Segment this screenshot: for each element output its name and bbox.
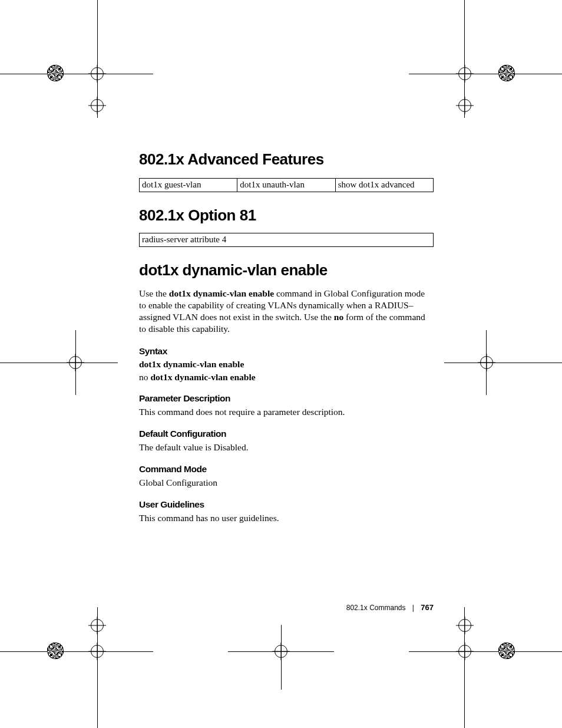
cmdmode-body: Global Configuration — [139, 477, 434, 489]
cropmark-left-mid — [41, 330, 118, 395]
paramdesc-body: This command does not require a paramete… — [139, 406, 434, 418]
syntax-line-2: no dot1x dynamic-vlan enable — [139, 372, 434, 383]
table-advanced: dot1x guest-vlan dot1x unauth-vlan show … — [139, 178, 434, 192]
page-content: 802.1x Advanced Features dot1x guest-vla… — [139, 150, 434, 526]
subhead-userguide: User Guidelines — [139, 499, 434, 510]
heading-option81: 802.1x Option 81 — [139, 206, 434, 225]
cropmark-bottom-left — [41, 607, 159, 701]
cropmark-top-left — [41, 41, 159, 124]
footer-page-number: 767 — [421, 603, 434, 612]
cropmark-bottom-center — [246, 625, 316, 690]
footer-section: 802.1x Commands — [346, 604, 406, 612]
subhead-cmdmode: Command Mode — [139, 464, 434, 475]
paragraph-dynvlan-desc: Use the dot1x dynamic-vlan enable comman… — [139, 288, 434, 335]
defcfg-body: The default value is Disabled. — [139, 442, 434, 453]
userguide-body: This command has no user guidelines. — [139, 512, 434, 524]
heading-advanced: 802.1x Advanced Features — [139, 150, 434, 169]
table-option81: radius-server attribute 4 — [139, 233, 434, 247]
syntax-line-1: dot1x dynamic-vlan enable — [139, 359, 434, 370]
cropmark-top-right — [403, 41, 521, 124]
table-cell[interactable]: dot1x unauth-vlan — [237, 179, 335, 192]
page: 802.1x Advanced Features dot1x guest-vla… — [0, 0, 562, 728]
subhead-paramdesc: Parameter Description — [139, 393, 434, 404]
subhead-syntax: Syntax — [139, 346, 434, 357]
cropmark-right-mid — [444, 330, 521, 395]
table-cell[interactable]: radius-server attribute 4 — [140, 233, 434, 247]
page-footer: 802.1x Commands | 767 — [139, 603, 434, 612]
heading-dynvlan: dot1x dynamic-vlan enable — [139, 261, 434, 279]
table-cell[interactable]: show dot1x advanced — [335, 179, 433, 192]
footer-separator: | — [412, 604, 414, 612]
subhead-defcfg: Default Configuration — [139, 429, 434, 439]
table-cell[interactable]: dot1x guest-vlan — [140, 179, 237, 192]
cropmark-bottom-right — [403, 607, 521, 701]
